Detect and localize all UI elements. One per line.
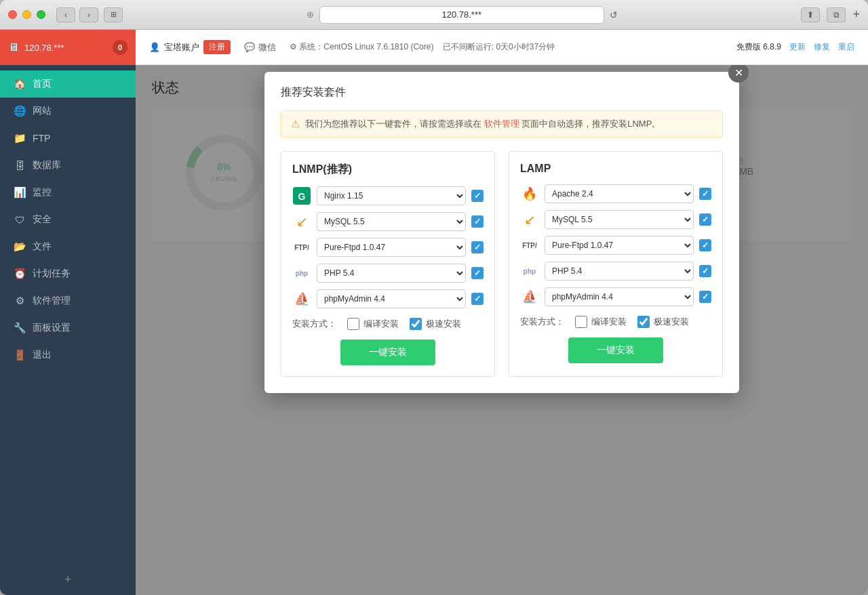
system-icon: ⚙ xyxy=(290,42,297,52)
sidebar-item-security[interactable]: 🛡 安全 xyxy=(0,206,136,233)
database-icon: 🗄 xyxy=(14,160,26,171)
sidebar-item-security-label: 安全 xyxy=(33,213,52,226)
repair-link[interactable]: 修复 xyxy=(814,41,830,53)
sidebar-item-monitor[interactable]: 📊 监控 xyxy=(0,179,136,206)
lamp-php-checkbox[interactable] xyxy=(699,265,711,277)
add-button[interactable]: + xyxy=(64,573,72,587)
php-logo: php xyxy=(292,264,311,283)
lnmp-install-button[interactable]: 一键安装 xyxy=(340,340,435,365)
lnmp-compile-option: 编译安装 xyxy=(347,318,399,330)
back-button[interactable]: ‹ xyxy=(56,7,75,22)
sidebar-item-cron[interactable]: ⏰ 计划任务 xyxy=(0,260,136,287)
close-button[interactable] xyxy=(8,10,17,19)
fullscreen-button[interactable]: ⧉ xyxy=(827,7,846,22)
lnmp-nginx-select[interactable]: Nginx 1.15 Nginx 1.14 Nginx 1.12 xyxy=(317,186,466,205)
topbar: 👤 宝塔账户 注册 💬 微信 ⚙ 系统：CentOS Linux 7.6.181… xyxy=(136,30,868,65)
lnmp-php-checkbox[interactable] xyxy=(471,267,484,279)
wechat-icon: 💬 xyxy=(244,42,255,52)
lamp-phpmyadmin-checkbox[interactable] xyxy=(699,291,711,303)
mac-window-buttons xyxy=(8,10,45,19)
lnmp-mysql-select[interactable]: MySQL 5.5 MySQL 5.6 MySQL 5.7 xyxy=(317,212,466,231)
maximize-button[interactable] xyxy=(37,10,45,19)
lamp-ftp-checkbox[interactable] xyxy=(699,239,711,251)
update-link[interactable]: 更新 xyxy=(789,41,806,53)
restart-link[interactable]: 重启 xyxy=(838,41,854,53)
sidebar-header: 🖥 120.78.*** 0 xyxy=(0,30,136,65)
lnmp-php-row: php PHP 5.4 PHP 5.6 PHP 7.0 PHP 7.2 xyxy=(292,264,484,283)
sidebar-item-home[interactable]: 🏠 首页 xyxy=(0,70,136,98)
url-field[interactable]: 120.78.*** xyxy=(319,6,604,24)
lnmp-compile-label: 编译安装 xyxy=(363,318,399,330)
lamp-ftp-select[interactable]: Pure-Ftpd 1.0.47 Pure-Ftpd 1.0.43 xyxy=(545,236,694,255)
lamp-apache-select[interactable]: Apache 2.4 Apache 2.2 xyxy=(545,184,694,203)
lnmp-phpmyadmin-select[interactable]: phpMyAdmin 4.4 phpMyAdmin 4.7 xyxy=(317,289,466,308)
lnmp-mysql-checkbox[interactable] xyxy=(471,216,484,228)
mysql-svg: ↙ xyxy=(293,213,311,230)
sidebar: 🖥 120.78.*** 0 🏠 首页 🌐 网站 📁 FTP xyxy=(0,30,136,595)
lamp-install-mode: 安装方式： 编译安装 极速安装 xyxy=(520,316,711,328)
lamp-apache-checkbox[interactable] xyxy=(699,188,711,200)
topbar-wechat[interactable]: 💬 微信 xyxy=(244,41,276,54)
user-icon: 👤 xyxy=(149,42,160,52)
lnmp-phpmyadmin-checkbox[interactable] xyxy=(471,293,484,305)
new-tab-button[interactable]: + xyxy=(852,7,860,22)
software-mgmt-link[interactable]: 软件管理 xyxy=(484,119,519,129)
lamp-column: LAMP 🔥 Apache 2.4 Apache 2.2 xyxy=(509,151,723,377)
notification-badge[interactable]: 0 xyxy=(113,40,127,55)
lamp-php-logo: php xyxy=(520,262,539,281)
sidebar-item-logout[interactable]: 🚪 退出 xyxy=(0,342,136,369)
modal-close-button[interactable]: ✕ xyxy=(728,65,749,83)
lnmp-fast-checkbox[interactable] xyxy=(410,318,422,330)
sidebar-item-ftp[interactable]: 📁 FTP xyxy=(0,125,136,152)
lamp-phpmyadmin-select[interactable]: phpMyAdmin 4.4 phpMyAdmin 4.7 xyxy=(545,287,694,306)
register-button[interactable]: 注册 xyxy=(203,40,231,54)
sidebar-item-files[interactable]: 📂 文件 xyxy=(0,233,136,260)
titlebar-right: ⬆ ⧉ + xyxy=(801,7,860,22)
address-bar: ⊕ 120.78.*** ↺ xyxy=(123,6,801,24)
system-label: 系统：CentOS Linux 7.6.1810 (Core) xyxy=(299,42,433,52)
browser-nav: ‹ › xyxy=(56,7,98,22)
sidebar-item-website[interactable]: 🌐 网站 xyxy=(0,98,136,125)
lamp-apache-row: 🔥 Apache 2.4 Apache 2.2 xyxy=(520,184,711,203)
server-info: 🖥 120.78.*** xyxy=(8,41,64,54)
lamp-fast-label: 极速安装 xyxy=(654,316,689,328)
lamp-compile-checkbox[interactable] xyxy=(575,316,587,328)
sidebar-item-panel-label: 面板设置 xyxy=(33,322,71,334)
lamp-mysql-checkbox[interactable] xyxy=(699,213,711,226)
sidebar-item-database[interactable]: 🗄 数据库 xyxy=(0,152,136,179)
topbar-user: 👤 宝塔账户 注册 xyxy=(149,40,231,54)
sidebar-item-database-label: 数据库 xyxy=(33,159,61,171)
lnmp-ftp-checkbox[interactable] xyxy=(471,241,484,253)
lnmp-ftp-select[interactable]: Pure-Ftpd 1.0.47 Pure-Ftpd 1.0.43 xyxy=(317,238,466,257)
lamp-mysql-select[interactable]: MySQL 5.5 MySQL 5.6 MySQL 5.7 xyxy=(545,210,694,229)
lnmp-install-mode: 安装方式： 编译安装 极速安装 xyxy=(292,318,484,330)
sidebar-item-ftp-label: FTP xyxy=(33,133,50,144)
lamp-mysql-svg: ↙ xyxy=(521,211,538,228)
lnmp-php-select[interactable]: PHP 5.4 PHP 5.6 PHP 7.0 PHP 7.2 xyxy=(317,264,466,283)
uptime-label: 已不间断运行: 0天0小时37分钟 xyxy=(443,42,555,52)
sidebar-item-software[interactable]: ⚙ 软件管理 xyxy=(0,287,136,314)
wechat-label: 微信 xyxy=(258,41,276,54)
sidebar-item-website-label: 网站 xyxy=(33,105,52,117)
nginx-logo: G xyxy=(292,186,311,205)
warning-banner: ⚠ 我们为您推荐以下一键套件，请按需选择或在 软件管理 页面中自动选择，推荐安装… xyxy=(281,110,723,138)
sidebar-item-files-label: 文件 xyxy=(33,241,52,253)
svg-text:G: G xyxy=(298,191,306,202)
lnmp-nginx-checkbox[interactable] xyxy=(471,190,484,202)
minimize-button[interactable] xyxy=(22,10,31,19)
page-load-icon: ⊕ xyxy=(307,9,314,20)
lnmp-compile-checkbox[interactable] xyxy=(347,318,359,330)
lamp-install-button[interactable]: 一键安装 xyxy=(568,337,663,363)
reload-button[interactable]: ↺ xyxy=(610,9,618,20)
lamp-fast-checkbox[interactable] xyxy=(637,316,650,328)
server-name: 120.78.*** xyxy=(24,43,64,53)
monitor-nav-icon: 📊 xyxy=(14,186,26,199)
lamp-mysql-row: ↙ MySQL 5.5 MySQL 5.6 MySQL 5.7 xyxy=(520,210,711,229)
share-button[interactable]: ⬆ xyxy=(801,7,820,22)
forward-button[interactable]: › xyxy=(79,7,98,22)
sidebar-toggle-button[interactable]: ⊞ xyxy=(104,7,123,22)
sidebar-item-panel[interactable]: 🔧 面板设置 xyxy=(0,314,136,342)
sidebar-item-home-label: 首页 xyxy=(33,78,52,90)
version-label: 免费版 6.8.9 xyxy=(736,41,781,53)
lamp-php-select[interactable]: PHP 5.4 PHP 5.6 PHP 7.0 PHP 7.2 xyxy=(545,262,694,281)
